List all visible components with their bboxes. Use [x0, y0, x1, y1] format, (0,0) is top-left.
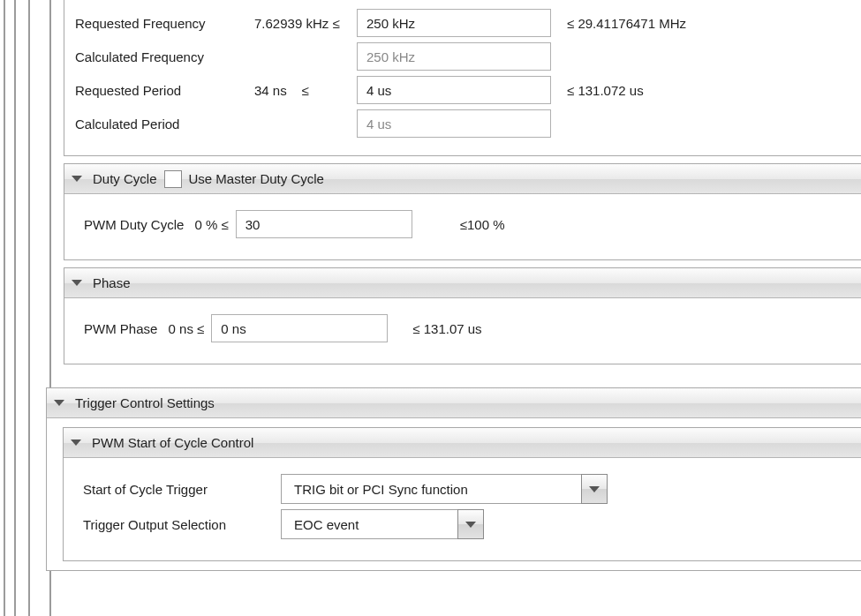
requested-frequency-min: 7.62939 kHz ≤	[254, 16, 350, 31]
requested-period-max: ≤ 131.072 us	[567, 83, 644, 98]
frequency-period-group: Requested Frequency 7.62939 kHz ≤ ≤ 29.4…	[64, 0, 861, 156]
requested-frequency-max: ≤ 29.41176471 MHz	[567, 16, 686, 31]
chevron-down-icon	[72, 176, 82, 182]
chevron-down-icon	[71, 439, 81, 446]
pwm-start-of-cycle-panel: PWM Start of Cycle Control Start of Cycl…	[63, 427, 861, 561]
trigger-control-settings-panel: Trigger Control Settings PWM Start of Cy…	[46, 387, 861, 571]
pwm-duty-cycle-min: 0 % ≤	[191, 217, 228, 232]
phase-header[interactable]: Phase	[64, 268, 861, 298]
pwm-duty-cycle-input[interactable]	[236, 210, 412, 238]
calculated-frequency-label: Calculated Frequency	[75, 49, 247, 64]
requested-frequency-label: Requested Frequency	[75, 16, 247, 31]
calculated-period-display	[357, 109, 551, 138]
dropdown-button[interactable]	[581, 474, 608, 504]
phase-panel: Phase PWM Phase 0 ns ≤ ≤ 131.07 us	[64, 267, 861, 364]
use-master-duty-cycle-checkbox[interactable]	[164, 170, 182, 188]
pwm-phase-min: 0 ns ≤	[164, 321, 204, 336]
requested-period-min: 34 ns ≤	[254, 83, 350, 98]
duty-cycle-panel: Duty Cycle Use Master Duty Cycle PWM Dut…	[64, 163, 861, 260]
requested-period-input[interactable]	[357, 76, 551, 104]
phase-title: Phase	[93, 275, 131, 290]
duty-cycle-title: Duty Cycle	[93, 171, 157, 186]
use-master-duty-cycle-label: Use Master Duty Cycle	[189, 171, 324, 186]
pwm-phase-input[interactable]	[211, 314, 388, 342]
trigger-control-settings-header[interactable]: Trigger Control Settings	[47, 388, 861, 418]
pwm-phase-label: PWM Phase	[84, 321, 157, 336]
start-of-cycle-trigger-label: Start of Cycle Trigger	[83, 482, 274, 497]
trigger-output-selection-label: Trigger Output Selection	[83, 517, 274, 532]
chevron-down-icon	[589, 486, 600, 492]
calculated-frequency-display	[357, 42, 551, 71]
trigger-control-settings-title: Trigger Control Settings	[75, 395, 215, 410]
pwm-duty-cycle-label: PWM Duty Cycle	[84, 217, 184, 232]
start-of-cycle-trigger-combo[interactable]: TRIG bit or PCI Sync function	[281, 474, 608, 504]
calculated-period-label: Calculated Period	[75, 116, 247, 131]
chevron-down-icon	[465, 522, 476, 528]
chevron-down-icon	[54, 400, 64, 406]
start-of-cycle-trigger-value: TRIG bit or PCI Sync function	[294, 482, 468, 497]
pwm-duty-cycle-max: ≤100 %	[460, 217, 505, 232]
requested-frequency-input[interactable]	[357, 9, 551, 37]
pwm-start-of-cycle-title: PWM Start of Cycle Control	[92, 435, 253, 450]
pwm-phase-max: ≤ 131.07 us	[412, 321, 481, 336]
chevron-down-icon	[72, 280, 82, 286]
trigger-output-selection-value: EOC event	[294, 517, 359, 532]
duty-cycle-header[interactable]: Duty Cycle Use Master Duty Cycle	[64, 164, 861, 194]
dropdown-button[interactable]	[457, 509, 484, 539]
requested-period-label: Requested Period	[75, 83, 247, 98]
pwm-start-of-cycle-header[interactable]: PWM Start of Cycle Control	[64, 428, 861, 458]
trigger-output-selection-combo[interactable]: EOC event	[281, 509, 484, 539]
